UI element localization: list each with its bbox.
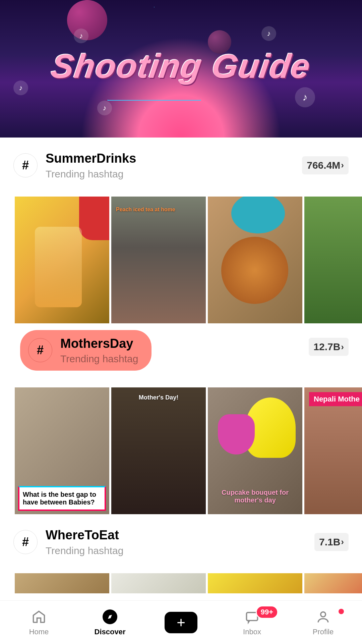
hashtag-row-mothersday[interactable]: # MothersDay Trending hashtag [20, 330, 152, 371]
video-thumbnail[interactable]: Peach iced tea at home [111, 197, 206, 323]
hashtag-subtitle: Trending hashtag [46, 168, 294, 180]
tab-label: Home [29, 628, 49, 636]
tab-discover[interactable]: Discover [74, 609, 145, 636]
video-thumbnail[interactable] [111, 573, 206, 593]
tab-profile[interactable]: Profile [288, 609, 359, 636]
compass-icon [102, 609, 118, 625]
video-thumbnail[interactable] [15, 197, 109, 323]
banner-title: Shooting Guide [49, 47, 313, 86]
video-thumbnails-row[interactable]: What is the best gap to have between Bab… [0, 387, 362, 514]
hashtag-count-button[interactable]: 766.4M › [302, 156, 349, 174]
hashtag-name: WhereToEat [46, 528, 306, 543]
tiktok-icon: ♪ [97, 101, 112, 115]
hash-info: SummerDrinks Trending hashtag [46, 151, 294, 180]
video-thumbnail[interactable]: Mother's Day! [111, 387, 206, 514]
video-thumbnail[interactable]: Cupcake bouquet for mother's day [208, 387, 302, 514]
tab-label: Profile [313, 628, 334, 636]
banner-shooting-guide[interactable]: ♪ ♪ ♪ ♪ ♪ Shooting Guide [0, 0, 362, 138]
notification-dot [339, 609, 344, 614]
thumbnail-caption: Nepali Mothe [309, 392, 362, 406]
hashtag-count-button[interactable]: 7.1B › [314, 533, 349, 551]
thumbnail-caption: Cupcake bouquet for mother's day [208, 489, 302, 504]
hashtag-section: # WhereToEat Trending hashtag 7.1B › [0, 514, 362, 563]
tab-label: Inbox [243, 628, 261, 636]
tab-label: Discover [95, 628, 126, 636]
chevron-right-icon: › [341, 537, 344, 547]
discover-content: # SummerDrinks Trending hashtag 766.4M ›… [0, 138, 362, 593]
hashtag-section: # SummerDrinks Trending hashtag 766.4M › [0, 138, 362, 186]
bottom-tab-bar: Home Discover + 99+ Inbox Profile [0, 600, 362, 644]
svg-point-2 [321, 612, 326, 617]
count-value: 7.1B [319, 536, 340, 548]
hashtag-name: SummerDrinks [46, 151, 294, 166]
tiktok-icon: ♪ [261, 26, 276, 41]
chevron-right-icon: › [341, 160, 344, 170]
video-thumbnail[interactable] [208, 197, 302, 323]
hash-icon: # [13, 530, 38, 554]
tiktok-icon: ♪ [295, 87, 315, 107]
chevron-right-icon: › [341, 342, 344, 352]
inbox-badge: 99+ [256, 605, 278, 619]
count-value: 766.4M [307, 160, 340, 171]
video-thumbnail[interactable] [208, 573, 302, 593]
hash-icon: # [28, 338, 52, 362]
hash-info: WhereToEat Trending hashtag [46, 528, 306, 556]
profile-icon [315, 609, 331, 625]
hashtag-row-wheretoeat[interactable]: # WhereToEat Trending hashtag 7.1B › [13, 528, 349, 556]
hash-info: MothersDay Trending hashtag [60, 336, 138, 365]
tab-home[interactable]: Home [3, 609, 74, 636]
hashtag-subtitle: Trending hashtag [60, 353, 138, 365]
thumbnail-caption: What is the best gap to have between Bab… [18, 486, 106, 511]
hash-icon: # [13, 153, 38, 177]
video-thumbnail[interactable] [304, 197, 362, 323]
plus-icon: + [177, 614, 185, 631]
hashtag-subtitle: Trending hashtag [46, 545, 306, 556]
thumbnail-caption: Mother's Day! [111, 394, 206, 401]
video-thumbnail[interactable]: Nepali Mothe [304, 387, 362, 514]
hashtag-name: MothersDay [60, 336, 138, 352]
video-thumbnail[interactable]: What is the best gap to have between Bab… [15, 387, 109, 514]
tiktok-icon: ♪ [74, 29, 88, 43]
hashtag-section: # MothersDay Trending hashtag 12.7B › [0, 323, 362, 378]
video-thumbnails-row[interactable]: Peach iced tea at home [0, 197, 362, 323]
home-icon [31, 609, 47, 625]
count-value: 12.7B [313, 341, 340, 353]
create-button[interactable]: + [165, 612, 197, 633]
tab-create[interactable]: + [145, 612, 217, 633]
video-thumbnail[interactable] [15, 573, 109, 593]
video-thumbnail[interactable] [304, 573, 362, 593]
hashtag-count-button[interactable]: 12.7B › [309, 338, 349, 356]
video-thumbnails-row[interactable] [0, 573, 362, 593]
hashtag-row-summerdrinks[interactable]: # SummerDrinks Trending hashtag 766.4M › [13, 151, 349, 180]
thumbnail-caption: Peach iced tea at home [116, 207, 175, 213]
tiktok-icon: ♪ [13, 80, 28, 95]
tab-inbox[interactable]: 99+ Inbox [217, 609, 288, 636]
